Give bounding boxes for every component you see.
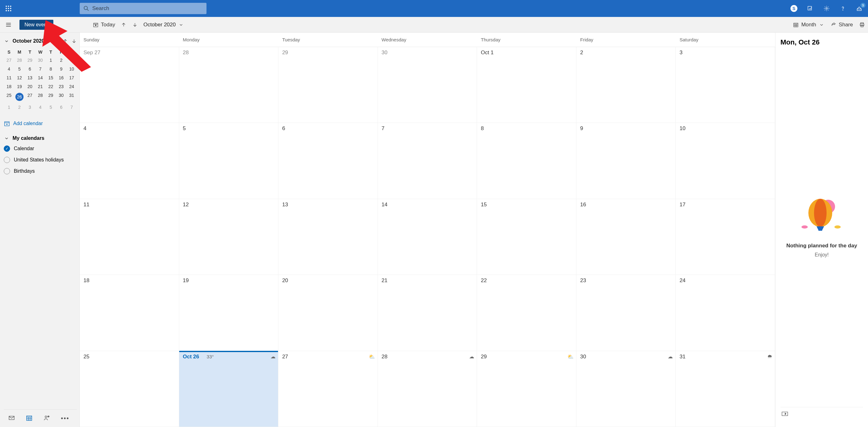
day-cell[interactable]: 23 — [577, 275, 676, 351]
mini-cal-day[interactable]: 15 — [45, 73, 56, 82]
day-cell[interactable]: 8 — [477, 123, 577, 199]
search-input[interactable] — [92, 5, 203, 11]
day-cell[interactable]: 3 — [676, 47, 775, 123]
people-icon[interactable] — [43, 415, 50, 422]
day-cell[interactable]: 17 — [676, 199, 775, 275]
day-cell[interactable]: 9 — [577, 123, 676, 199]
day-cell[interactable]: Sep 27 — [80, 47, 179, 123]
search-box[interactable] — [80, 3, 207, 14]
settings-gear-icon[interactable] — [820, 2, 833, 15]
mini-cal-day[interactable]: 17 — [66, 73, 77, 82]
mini-cal-day[interactable]: 30 — [35, 56, 45, 65]
mail-icon[interactable] — [8, 415, 15, 422]
mini-cal-day[interactable]: 23 — [56, 82, 66, 91]
day-cell[interactable]: 11 — [80, 199, 179, 275]
view-selector[interactable]: Month — [793, 22, 824, 28]
mini-cal-day[interactable]: 26 — [14, 91, 25, 103]
todo-icon[interactable] — [804, 2, 816, 15]
day-cell[interactable]: 2 — [577, 47, 676, 123]
calendar-toggle-icon[interactable] — [4, 157, 10, 163]
period-picker[interactable]: October 2020 — [144, 22, 184, 28]
mini-cal-prev-icon[interactable] — [62, 38, 68, 44]
mini-cal-next-icon[interactable] — [71, 38, 77, 44]
mini-cal-day[interactable]: 16 — [56, 73, 66, 82]
day-cell[interactable]: 6 — [278, 123, 378, 199]
mini-cal-day[interactable]: 27 — [4, 56, 14, 65]
day-cell[interactable]: 27⛅ — [278, 351, 378, 427]
calendar-list-item[interactable]: Birthdays — [4, 168, 77, 174]
mini-cal-day[interactable]: 22 — [45, 82, 56, 91]
hamburger-icon[interactable] — [3, 20, 14, 30]
day-cell[interactable]: 22 — [477, 275, 577, 351]
mini-cal-day[interactable]: 7 — [66, 103, 77, 111]
day-cell[interactable]: 28☁ — [378, 351, 477, 427]
mini-cal-day[interactable]: 18 — [4, 82, 14, 91]
mini-cal-day[interactable]: 29 — [25, 56, 35, 65]
day-cell[interactable]: 10 — [676, 123, 775, 199]
day-cell[interactable]: 14 — [378, 199, 477, 275]
add-calendar-button[interactable]: Add calendar — [4, 120, 77, 127]
skype-icon[interactable]: S — [788, 2, 800, 15]
mini-cal-day[interactable]: 9 — [56, 65, 66, 73]
mini-cal-day[interactable]: 4 — [4, 65, 14, 73]
day-cell[interactable]: 4 — [80, 123, 179, 199]
mini-cal-day[interactable]: 13 — [25, 73, 35, 82]
day-cell[interactable]: 16 — [577, 199, 676, 275]
prev-arrow-icon[interactable] — [121, 22, 126, 28]
day-cell[interactable]: Oct 1 — [477, 47, 577, 123]
mini-cal-day[interactable]: 2 — [56, 56, 66, 65]
mini-cal-day[interactable]: 3 — [66, 56, 77, 65]
mini-cal-day[interactable]: 1 — [45, 56, 56, 65]
day-cell[interactable]: 21 — [378, 275, 477, 351]
mini-cal-day[interactable]: 28 — [35, 91, 45, 103]
mini-cal-day[interactable]: 12 — [14, 73, 25, 82]
mini-cal-day[interactable]: 30 — [56, 91, 66, 103]
mini-cal-day[interactable]: 6 — [25, 65, 35, 73]
day-cell[interactable]: 20 — [278, 275, 378, 351]
mini-cal-day[interactable]: 31 — [66, 91, 77, 103]
mini-cal-day[interactable]: 27 — [25, 91, 35, 103]
mini-cal-day[interactable]: 14 — [35, 73, 45, 82]
calendar-toggle-icon[interactable] — [4, 145, 10, 152]
day-cell[interactable]: Oct 2633°☁ — [179, 351, 279, 427]
more-icon[interactable]: ••• — [61, 415, 69, 422]
mini-cal-day[interactable]: 3 — [25, 103, 35, 111]
mini-cal-day[interactable]: 28 — [14, 56, 25, 65]
mini-cal-day[interactable]: 19 — [14, 82, 25, 91]
day-cell[interactable]: 28 — [179, 47, 279, 123]
mini-cal-day[interactable]: 21 — [35, 82, 45, 91]
calendar-list-item[interactable]: Calendar — [4, 145, 77, 152]
mini-cal-day[interactable]: 5 — [45, 103, 56, 111]
mini-cal-day[interactable]: 5 — [14, 65, 25, 73]
app-launcher-icon[interactable] — [2, 2, 14, 14]
day-cell[interactable]: 29 — [278, 47, 378, 123]
day-cell[interactable]: 30☁ — [577, 351, 676, 427]
today-button[interactable]: Today — [93, 22, 115, 28]
day-cell[interactable]: 12 — [179, 199, 279, 275]
day-cell[interactable]: 13 — [278, 199, 378, 275]
mini-cal-day[interactable]: 2 — [14, 103, 25, 111]
new-event-button[interactable]: New event — [20, 20, 53, 30]
day-cell[interactable]: 5 — [179, 123, 279, 199]
day-cell[interactable]: 29⛅ — [477, 351, 577, 427]
mini-cal-day[interactable]: 4 — [35, 103, 45, 111]
day-cell[interactable]: 25 — [80, 351, 179, 427]
mini-cal-day[interactable]: 29 — [45, 91, 56, 103]
day-cell[interactable]: 18 — [80, 275, 179, 351]
day-cell[interactable]: 7 — [378, 123, 477, 199]
mini-cal-day[interactable]: 7 — [35, 65, 45, 73]
print-button[interactable] — [859, 22, 865, 28]
day-cell[interactable]: 30 — [378, 47, 477, 123]
calendar-list-item[interactable]: United States holidays — [4, 157, 77, 163]
mini-cal-day[interactable]: 11 — [4, 73, 14, 82]
day-cell[interactable]: 15 — [477, 199, 577, 275]
share-button[interactable]: Share — [831, 22, 853, 28]
day-cell[interactable]: 24 — [676, 275, 775, 351]
mini-cal-day[interactable]: 8 — [45, 65, 56, 73]
calendar-toggle-icon[interactable] — [4, 168, 10, 174]
next-arrow-icon[interactable] — [132, 22, 138, 28]
collapse-panel-icon[interactable] — [782, 411, 788, 418]
help-icon[interactable] — [837, 2, 849, 15]
calendar-icon[interactable] — [26, 415, 33, 422]
mini-cal-header[interactable]: October 2020 — [4, 38, 77, 44]
